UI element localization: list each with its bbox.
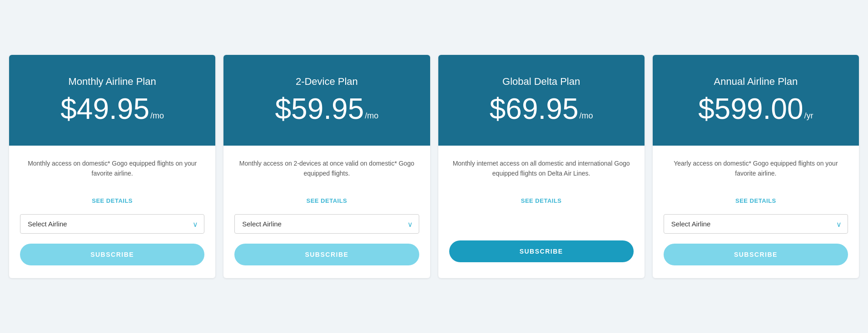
card-header-annual-airline: Annual Airline Plan$599.00/yr — [653, 55, 859, 146]
plan-price-row: $69.95/mo — [449, 94, 634, 123]
plan-price: $69.95 — [490, 94, 579, 123]
plan-price-row: $599.00/yr — [664, 94, 848, 123]
plan-card-global-delta: Global Delta Plan$69.95/moMonthly intern… — [438, 55, 645, 278]
card-header-2-device: 2-Device Plan$59.95/mo — [223, 55, 430, 146]
plan-period: /mo — [150, 111, 164, 121]
card-header-global-delta: Global Delta Plan$69.95/mo — [438, 55, 645, 146]
airline-select[interactable]: Select AirlineAmerican AirlinesUnited Ai… — [664, 214, 848, 234]
plan-name: Annual Airline Plan — [664, 75, 848, 88]
plan-price: $49.95 — [60, 94, 149, 123]
see-details-link[interactable]: SEE DETAILS — [92, 197, 133, 204]
plan-description: Monthly internet access on all domestic … — [449, 158, 634, 191]
see-details-link[interactable]: SEE DETAILS — [521, 197, 562, 204]
airline-select[interactable]: Select AirlineAmerican AirlinesUnited Ai… — [234, 214, 419, 234]
plan-name: Monthly Airline Plan — [20, 75, 204, 88]
see-details-link[interactable]: SEE DETAILS — [306, 197, 347, 204]
subscribe-button-monthly-airline[interactable]: SUBSCRIBE — [20, 244, 204, 265]
plan-price-row: $59.95/mo — [234, 94, 419, 123]
plan-price-row: $49.95/mo — [20, 94, 204, 123]
plan-period: /mo — [365, 111, 378, 121]
subscribe-button-global-delta[interactable]: SUBSCRIBE — [449, 240, 634, 262]
plan-description: Monthly access on domestic* Gogo equippe… — [20, 158, 204, 191]
plan-card-monthly-airline: Monthly Airline Plan$49.95/moMonthly acc… — [9, 55, 215, 278]
card-body: Monthly access on 2-devices at once vali… — [223, 146, 430, 278]
airline-select[interactable]: Select AirlineAmerican AirlinesUnited Ai… — [20, 214, 204, 234]
plan-period: /yr — [804, 111, 813, 121]
plan-price: $599.00 — [698, 94, 803, 123]
plan-card-2-device: 2-Device Plan$59.95/moMonthly access on … — [223, 55, 430, 278]
airline-select-wrapper: Select AirlineAmerican AirlinesUnited Ai… — [664, 214, 848, 234]
plan-description: Monthly access on 2-devices at once vali… — [234, 158, 419, 191]
airline-select-wrapper: Select AirlineAmerican AirlinesUnited Ai… — [20, 214, 204, 234]
plan-name: 2-Device Plan — [234, 75, 419, 88]
plan-price: $59.95 — [275, 94, 364, 123]
subscribe-button-2-device[interactable]: SUBSCRIBE — [234, 244, 419, 265]
airline-select-wrapper: Select AirlineAmerican AirlinesUnited Ai… — [234, 214, 419, 234]
card-header-monthly-airline: Monthly Airline Plan$49.95/mo — [9, 55, 215, 146]
plan-card-annual-airline: Annual Airline Plan$599.00/yrYearly acce… — [653, 55, 859, 278]
see-details-link[interactable]: SEE DETAILS — [735, 197, 776, 204]
plan-period: /mo — [579, 111, 593, 121]
plan-description: Yearly access on domestic* Gogo equipped… — [664, 158, 848, 191]
plans-container: Monthly Airline Plan$49.95/moMonthly acc… — [9, 55, 859, 278]
plan-name: Global Delta Plan — [449, 75, 634, 88]
card-body: Monthly internet access on all domestic … — [438, 146, 645, 278]
subscribe-button-annual-airline[interactable]: SUBSCRIBE — [664, 244, 848, 265]
card-body: Monthly access on domestic* Gogo equippe… — [9, 146, 215, 278]
card-body: Yearly access on domestic* Gogo equipped… — [653, 146, 859, 278]
